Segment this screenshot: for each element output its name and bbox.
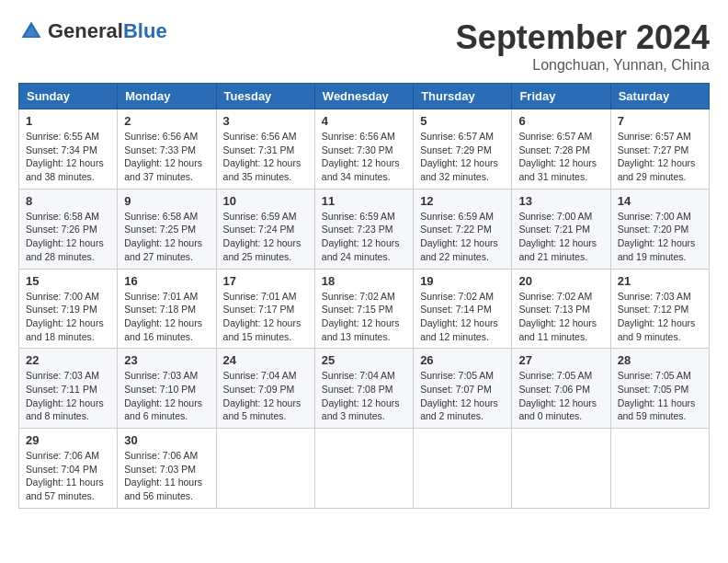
day-number: 19 — [420, 274, 505, 288]
calendar-cell: 18 Sunrise: 7:02 AM Sunset: 7:15 PM Dayl… — [314, 269, 413, 349]
calendar-cell: 27 Sunrise: 7:05 AM Sunset: 7:06 PM Dayl… — [512, 349, 610, 429]
calendar-cell: 2 Sunrise: 6:56 AM Sunset: 7:33 PM Dayli… — [118, 109, 216, 190]
day-info: Sunrise: 6:59 AM Sunset: 7:23 PM Dayligh… — [322, 210, 406, 264]
day-info: Sunrise: 7:01 AM Sunset: 7:18 PM Dayligh… — [124, 290, 209, 344]
day-info: Sunrise: 7:00 AM Sunset: 7:21 PM Dayligh… — [518, 210, 603, 264]
calendar-cell: 14 Sunrise: 7:00 AM Sunset: 7:20 PM Dayl… — [610, 189, 709, 269]
calendar-cell: 29 Sunrise: 7:06 AM Sunset: 7:04 PM Dayl… — [19, 429, 118, 509]
calendar-cell: 4 Sunrise: 6:56 AM Sunset: 7:30 PM Dayli… — [314, 109, 413, 190]
day-info: Sunrise: 6:55 AM Sunset: 7:34 PM Dayligh… — [26, 130, 110, 184]
day-info: Sunrise: 7:00 AM Sunset: 7:19 PM Dayligh… — [26, 290, 110, 344]
calendar-row: 22 Sunrise: 7:03 AM Sunset: 7:11 PM Dayl… — [19, 349, 710, 429]
day-info: Sunrise: 7:02 AM Sunset: 7:13 PM Dayligh… — [518, 290, 603, 344]
calendar-cell: 11 Sunrise: 6:59 AM Sunset: 7:23 PM Dayl… — [314, 189, 413, 269]
calendar-cell: 5 Sunrise: 6:57 AM Sunset: 7:29 PM Dayli… — [414, 109, 512, 190]
day-info: Sunrise: 7:06 AM Sunset: 7:04 PM Dayligh… — [26, 449, 110, 503]
day-info: Sunrise: 6:56 AM Sunset: 7:30 PM Dayligh… — [322, 130, 406, 184]
day-number: 11 — [322, 194, 406, 208]
calendar-table: Sunday Monday Tuesday Wednesday Thursday… — [18, 83, 710, 509]
day-info: Sunrise: 7:02 AM Sunset: 7:14 PM Dayligh… — [420, 290, 505, 344]
day-number: 23 — [124, 353, 209, 367]
day-number: 8 — [26, 194, 110, 208]
header-wednesday: Wednesday — [314, 84, 413, 109]
day-number: 5 — [420, 114, 505, 128]
calendar-cell: 6 Sunrise: 6:57 AM Sunset: 7:28 PM Dayli… — [512, 109, 610, 190]
day-number: 20 — [518, 274, 603, 288]
header-monday: Monday — [118, 84, 216, 109]
day-number: 15 — [26, 274, 110, 288]
calendar-cell: 16 Sunrise: 7:01 AM Sunset: 7:18 PM Dayl… — [118, 269, 216, 349]
day-info: Sunrise: 7:04 AM Sunset: 7:08 PM Dayligh… — [322, 369, 406, 423]
header-saturday: Saturday — [610, 84, 709, 109]
logo-icon — [18, 18, 44, 44]
calendar-cell: 19 Sunrise: 7:02 AM Sunset: 7:14 PM Dayl… — [414, 269, 512, 349]
calendar-cell: 7 Sunrise: 6:57 AM Sunset: 7:27 PM Dayli… — [610, 109, 709, 190]
day-number: 24 — [223, 353, 308, 367]
calendar-cell: 25 Sunrise: 7:04 AM Sunset: 7:08 PM Dayl… — [314, 349, 413, 429]
calendar-row: 15 Sunrise: 7:00 AM Sunset: 7:19 PM Dayl… — [19, 269, 710, 349]
calendar-cell: 20 Sunrise: 7:02 AM Sunset: 7:13 PM Dayl… — [512, 269, 610, 349]
day-number: 28 — [618, 353, 702, 367]
day-number: 25 — [322, 353, 406, 367]
day-info: Sunrise: 7:00 AM Sunset: 7:20 PM Dayligh… — [618, 210, 702, 264]
calendar-cell: 15 Sunrise: 7:00 AM Sunset: 7:19 PM Dayl… — [19, 269, 118, 349]
day-number: 26 — [420, 353, 505, 367]
day-info: Sunrise: 7:03 AM Sunset: 7:12 PM Dayligh… — [618, 290, 702, 344]
logo-text: GeneralBlue — [48, 19, 167, 43]
calendar-cell — [414, 429, 512, 509]
day-number: 21 — [618, 274, 702, 288]
day-number: 22 — [26, 353, 110, 367]
title-block: September 2024 Longchuan, Yunnan, China — [456, 18, 710, 74]
location: Longchuan, Yunnan, China — [456, 57, 710, 74]
day-info: Sunrise: 7:02 AM Sunset: 7:15 PM Dayligh… — [322, 290, 406, 344]
day-number: 16 — [124, 274, 209, 288]
day-number: 10 — [223, 194, 308, 208]
calendar-cell: 10 Sunrise: 6:59 AM Sunset: 7:24 PM Dayl… — [216, 189, 314, 269]
day-info: Sunrise: 7:03 AM Sunset: 7:10 PM Dayligh… — [124, 369, 209, 423]
day-number: 9 — [124, 194, 209, 208]
day-info: Sunrise: 7:05 AM Sunset: 7:05 PM Dayligh… — [618, 369, 702, 423]
day-info: Sunrise: 6:56 AM Sunset: 7:33 PM Dayligh… — [124, 130, 209, 184]
day-info: Sunrise: 6:57 AM Sunset: 7:28 PM Dayligh… — [518, 130, 603, 184]
day-number: 30 — [124, 433, 209, 447]
calendar-cell: 26 Sunrise: 7:05 AM Sunset: 7:07 PM Dayl… — [414, 349, 512, 429]
day-number: 27 — [518, 353, 603, 367]
calendar-cell: 28 Sunrise: 7:05 AM Sunset: 7:05 PM Dayl… — [610, 349, 709, 429]
day-number: 29 — [26, 433, 110, 447]
calendar-row: 1 Sunrise: 6:55 AM Sunset: 7:34 PM Dayli… — [19, 109, 710, 190]
day-number: 3 — [223, 114, 308, 128]
calendar-cell: 9 Sunrise: 6:58 AM Sunset: 7:25 PM Dayli… — [118, 189, 216, 269]
calendar-row: 29 Sunrise: 7:06 AM Sunset: 7:04 PM Dayl… — [19, 429, 710, 509]
header-friday: Friday — [512, 84, 610, 109]
calendar-cell: 24 Sunrise: 7:04 AM Sunset: 7:09 PM Dayl… — [216, 349, 314, 429]
page-header: GeneralBlue September 2024 Longchuan, Yu… — [18, 18, 710, 74]
day-number: 14 — [618, 194, 702, 208]
day-info: Sunrise: 6:59 AM Sunset: 7:24 PM Dayligh… — [223, 210, 308, 264]
header-thursday: Thursday — [414, 84, 512, 109]
calendar-cell: 3 Sunrise: 6:56 AM Sunset: 7:31 PM Dayli… — [216, 109, 314, 190]
day-number: 7 — [618, 114, 702, 128]
day-number: 4 — [322, 114, 406, 128]
day-number: 6 — [518, 114, 603, 128]
day-info: Sunrise: 7:05 AM Sunset: 7:06 PM Dayligh… — [518, 369, 603, 423]
calendar-row: 8 Sunrise: 6:58 AM Sunset: 7:26 PM Dayli… — [19, 189, 710, 269]
calendar-cell: 17 Sunrise: 7:01 AM Sunset: 7:17 PM Dayl… — [216, 269, 314, 349]
month-title: September 2024 — [456, 18, 710, 57]
day-info: Sunrise: 7:04 AM Sunset: 7:09 PM Dayligh… — [223, 369, 308, 423]
calendar-cell: 22 Sunrise: 7:03 AM Sunset: 7:11 PM Dayl… — [19, 349, 118, 429]
calendar-cell: 1 Sunrise: 6:55 AM Sunset: 7:34 PM Dayli… — [19, 109, 118, 190]
day-info: Sunrise: 7:03 AM Sunset: 7:11 PM Dayligh… — [26, 369, 110, 423]
day-number: 18 — [322, 274, 406, 288]
day-number: 12 — [420, 194, 505, 208]
calendar-cell — [216, 429, 314, 509]
calendar-cell: 13 Sunrise: 7:00 AM Sunset: 7:21 PM Dayl… — [512, 189, 610, 269]
calendar-cell: 30 Sunrise: 7:06 AM Sunset: 7:03 PM Dayl… — [118, 429, 216, 509]
day-number: 13 — [518, 194, 603, 208]
calendar-cell — [314, 429, 413, 509]
day-info: Sunrise: 7:06 AM Sunset: 7:03 PM Dayligh… — [124, 449, 209, 503]
day-number: 1 — [26, 114, 110, 128]
header-sunday: Sunday — [19, 84, 118, 109]
day-info: Sunrise: 6:58 AM Sunset: 7:26 PM Dayligh… — [26, 210, 110, 264]
weekday-header-row: Sunday Monday Tuesday Wednesday Thursday… — [19, 84, 710, 109]
day-number: 17 — [223, 274, 308, 288]
